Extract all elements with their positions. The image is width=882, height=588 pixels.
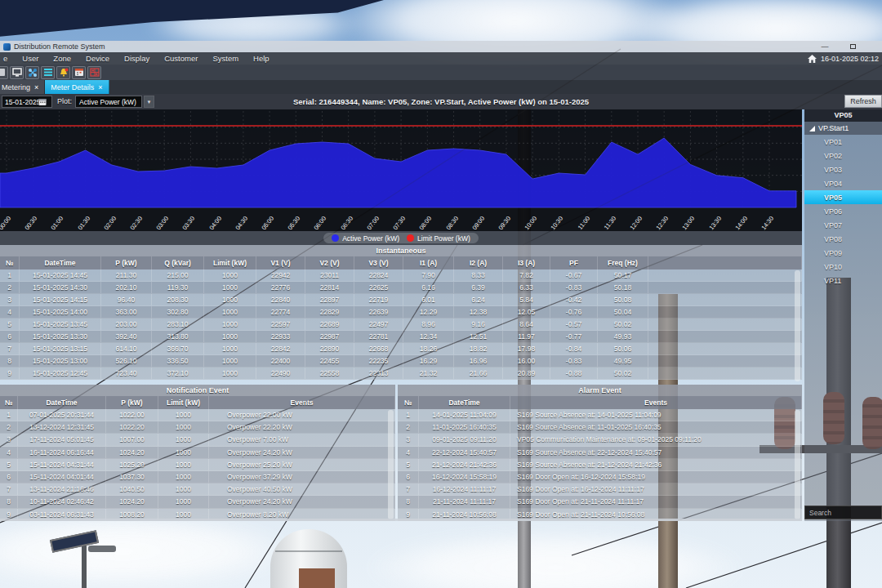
alarm-bell-icon[interactable] [56, 66, 70, 79]
x-tick-label: 11:30 [603, 215, 617, 231]
search-field[interactable] [804, 506, 882, 519]
scrollbar[interactable] [795, 410, 800, 519]
table-row[interactable]: 810-11-2024 02:46:421024.201000Overpower… [0, 496, 395, 508]
report-grid-icon[interactable] [87, 66, 101, 79]
menu-item-system[interactable]: System [211, 53, 240, 64]
cell: 16.29 [403, 355, 454, 367]
cell: 7 [398, 483, 419, 495]
table-row[interactable]: 716-12-2024 11:11:17S169 Door Open at: 1… [398, 483, 802, 496]
sidebar-item-vp04[interactable]: VP04 [804, 176, 882, 190]
tree-root[interactable]: VP.Start1 [804, 122, 882, 135]
date-field[interactable] [2, 96, 52, 108]
cell: S169 Source Absence at: 22-12-2024 15:40… [510, 447, 802, 458]
cell: 22313 [354, 368, 403, 379]
table-row[interactable]: 616-12-2024 15:58:19S169 Door Open at: 1… [398, 471, 802, 483]
table-row[interactable]: 521-12-2024 21:42:36S169 Source Absence … [398, 459, 802, 471]
cell: 50.02 [598, 368, 648, 379]
cell: 07-01-2025 20:31:44 [18, 409, 106, 421]
cell: 17.98 [503, 343, 550, 354]
screen-icon[interactable] [10, 66, 24, 79]
minimize-button[interactable]: — [820, 42, 830, 51]
menu-item-e[interactable]: e [2, 53, 9, 64]
search-input[interactable] [805, 506, 881, 519]
street-lamp [88, 546, 116, 552]
chevron-down-icon[interactable]: ▼ [144, 96, 154, 108]
table-row[interactable]: 309-01-2025 09:11:20VP05 Communication M… [398, 434, 802, 446]
close-tab-icon[interactable]: × [34, 83, 38, 91]
list-icon[interactable] [41, 66, 55, 79]
table-row[interactable]: 715-01-2025 13:15614.10366.7010002284222… [0, 343, 802, 355]
scrollbar[interactable] [795, 270, 800, 381]
legend-dot-icon [407, 234, 414, 242]
cell: 15-01-2025 13:30 [20, 331, 101, 342]
table-row[interactable]: 515-11-2024 04:31:441025.201000Overpower… [0, 459, 395, 471]
cell: 1022.20 [106, 421, 158, 433]
plot-dropdown[interactable]: Active Power (kW) [75, 96, 142, 108]
cell: 1000 [204, 368, 256, 379]
section-title: Instantaneous [0, 245, 802, 256]
table-row[interactable]: 615-11-2024 04:01:441037.301000Overpower… [0, 471, 395, 483]
menu-item-user[interactable]: User [20, 53, 40, 64]
table-row[interactable]: 215-01-2025 14:30202.10119.3010002277622… [0, 282, 802, 294]
table-row[interactable]: 915-01-2025 12:45723.40372.1010002249022… [0, 368, 802, 380]
table-row[interactable]: 211-01-2025 16:40:35S169 Source Absence … [398, 421, 802, 434]
close-tab-icon[interactable]: × [98, 83, 102, 91]
notification-event-table: Notification Event №DateTimeP (kW)Limit … [0, 385, 395, 521]
table-row[interactable]: 615-01-2025 13:30392.40313.8010002293322… [0, 331, 802, 343]
cell: 6.24 [454, 294, 503, 305]
calendar-picker-icon[interactable] [38, 98, 47, 106]
x-tick-label: 03:30 [181, 215, 197, 231]
cell: 8 [0, 355, 20, 367]
column-header: I2 (A) [454, 256, 503, 270]
table-row[interactable]: 713-11-2024 21:16:461040.501000Overpower… [0, 483, 395, 496]
table-row[interactable]: 115-01-2025 14:45211.30215.0010002294223… [0, 270, 802, 282]
tab-meter-details[interactable]: Meter Details× [45, 80, 109, 94]
table-row[interactable]: 315-01-2025 14:1596.40208.30100022840228… [0, 294, 802, 306]
sidebar-item-vp11[interactable]: VP11 [804, 274, 882, 287]
cell: Overpower 7.00 kW [209, 434, 395, 445]
table-row[interactable]: 114-01-2025 11:04:09S169 Source Absence … [398, 409, 802, 421]
sidebar-item-vp09[interactable]: VP09 [804, 246, 882, 260]
menu-item-zone[interactable]: Zone [51, 53, 73, 64]
topology-icon[interactable] [25, 66, 39, 79]
sidebar-item-vp08[interactable]: VP08 [804, 232, 882, 246]
cell: 372.10 [152, 368, 204, 379]
table-row[interactable]: 416-11-2024 06:16:441024.201000Overpower… [0, 447, 395, 459]
toolbar-partial-icon[interactable] [0, 66, 8, 79]
sidebar-item-vp03[interactable]: VP03 [804, 163, 882, 176]
sidebar-item-vp05[interactable]: VP05 [804, 190, 882, 204]
cell: 1037.30 [106, 471, 158, 483]
table-row[interactable]: 107-01-2025 20:31:441022.001000Overpower… [0, 409, 395, 421]
sidebar-item-vp10[interactable]: VP10 [804, 260, 882, 274]
table-row[interactable]: 317-11-2024 05:01:451007.001000Overpower… [0, 434, 395, 446]
cell: 22-12-2024 15:40:57 [419, 447, 510, 458]
cell: 8 [398, 496, 419, 507]
table-row[interactable]: 515-01-2025 13:45203.00283.1010002259722… [0, 318, 802, 331]
table-row[interactable]: 422-12-2024 15:40:57S169 Source Absence … [398, 447, 802, 459]
x-tick-label: 09:00 [470, 215, 486, 231]
menu-item-customer[interactable]: Customer [163, 53, 199, 64]
menu-item-help[interactable]: Help [252, 53, 271, 64]
tab-label: Meter Details [51, 83, 94, 91]
table-row[interactable]: 213-12-2024 12:31:451022.201000Overpower… [0, 421, 395, 434]
tab-metering[interactable]: Metering× [0, 80, 45, 94]
cell: 392.40 [101, 331, 152, 342]
calendar-icon[interactable] [72, 66, 86, 79]
table-row[interactable]: 815-01-2025 13:00526.10336.5010002240022… [0, 355, 802, 368]
scrollbar[interactable] [388, 410, 394, 519]
cell: 1000 [204, 306, 256, 318]
table-row[interactable]: 415-01-2025 14:00363.00302.8010002277422… [0, 306, 802, 318]
sidebar-item-vp07[interactable]: VP07 [804, 218, 882, 232]
sidebar-item-vp06[interactable]: VP06 [804, 204, 882, 218]
sidebar-item-vp02[interactable]: VP02 [804, 149, 882, 163]
menu-item-device[interactable]: Device [84, 53, 111, 64]
home-icon[interactable] [808, 55, 817, 63]
sidebar-item-vp01[interactable]: VP01 [804, 135, 882, 149]
maximize-button[interactable] [848, 42, 858, 51]
column-header: Events [510, 396, 802, 409]
refresh-button[interactable]: Refresh [844, 95, 882, 108]
column-header: PF [550, 256, 598, 270]
date-input[interactable] [2, 98, 38, 106]
menu-item-display[interactable]: Display [122, 53, 151, 64]
table-row[interactable]: 821-11-2024 11:11:17S169 Door Open at: 2… [398, 496, 802, 508]
